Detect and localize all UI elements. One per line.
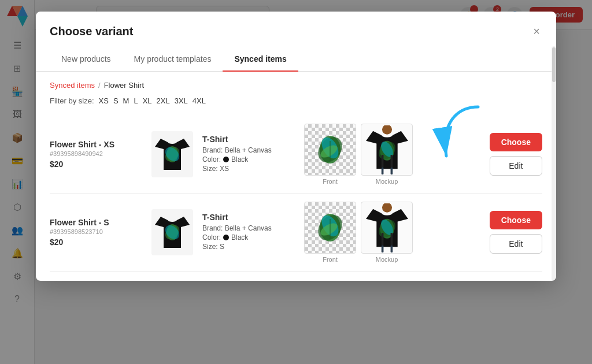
shirt-image-1 bbox=[155, 134, 190, 174]
modal-title: Choose variant bbox=[50, 25, 133, 46]
product-info-2: Flower Shirt - S #39395898523710 $20 bbox=[50, 218, 142, 247]
modal-overlay: Choose variant × New products My product… bbox=[0, 0, 592, 364]
product-row: Flower Shirt - XS #39395898490942 $20 bbox=[50, 116, 542, 194]
tab-synced-items[interactable]: Synced items bbox=[223, 47, 298, 72]
color-swatch-2 bbox=[223, 235, 229, 240]
action-group-2: Choose Edit bbox=[490, 211, 542, 254]
breadcrumb-current: Flower Shirt bbox=[104, 81, 144, 90]
preview-mockup-1: Mockup bbox=[361, 124, 413, 185]
svg-rect-18 bbox=[381, 167, 383, 174]
front-design-1 bbox=[313, 129, 347, 170]
front-design-2 bbox=[313, 207, 347, 248]
front-label-2: Front bbox=[323, 256, 338, 263]
preview-front-1: Front bbox=[304, 124, 356, 185]
product-id-2: #39395898523710 bbox=[50, 228, 142, 235]
product-details-1: T-Shirt Brand: Bella + Canvas Color: Bla… bbox=[202, 135, 295, 174]
modal-scrollbar-thumb bbox=[552, 47, 556, 82]
product-thumbnail-1 bbox=[151, 131, 193, 177]
breadcrumb: Synced items / Flower Shirt bbox=[50, 81, 542, 90]
edit-button-1[interactable]: Edit bbox=[490, 156, 542, 176]
filter-row: Filter by size: XS S M L XL 2XL 3XL 4XL bbox=[50, 96, 542, 105]
product-size-1: Size: XS bbox=[202, 165, 295, 173]
product-id-1: #39395898490942 bbox=[50, 150, 142, 157]
svg-rect-33 bbox=[390, 233, 393, 246]
modal-body: Synced items / Flower Shirt Filter by si… bbox=[36, 72, 556, 281]
svg-point-15 bbox=[382, 125, 392, 135]
choose-variant-modal: Choose variant × New products My product… bbox=[36, 12, 556, 281]
breadcrumb-link[interactable]: Synced items bbox=[50, 81, 95, 90]
product-details-2: T-Shirt Brand: Bella + Canvas Color: Bla… bbox=[202, 213, 295, 252]
filter-l[interactable]: L bbox=[134, 96, 138, 105]
preview-box-mockup-2 bbox=[361, 202, 413, 254]
preview-box-front-2 bbox=[304, 202, 356, 254]
svg-point-31 bbox=[382, 203, 392, 213]
mockup-image-2 bbox=[365, 203, 409, 252]
product-price-2: $20 bbox=[50, 237, 142, 247]
svg-rect-32 bbox=[381, 233, 383, 246]
svg-rect-17 bbox=[390, 155, 393, 168]
product-type-1: T-Shirt bbox=[202, 135, 295, 144]
filter-3xl[interactable]: 3XL bbox=[175, 96, 188, 105]
svg-rect-35 bbox=[390, 245, 393, 252]
action-group-1: Choose Edit bbox=[490, 133, 542, 176]
product-row-2: Flower Shirt - S #39395898523710 $20 T-S… bbox=[50, 194, 542, 272]
choose-button-2[interactable]: Choose bbox=[490, 211, 542, 229]
tab-product-templates[interactable]: My product templates bbox=[123, 47, 223, 72]
product-brand-2: Brand: Bella + Canvas bbox=[202, 224, 295, 232]
color-swatch-1 bbox=[223, 157, 229, 162]
product-color-1: Color: Black bbox=[202, 155, 295, 164]
mockup-label-2: Mockup bbox=[376, 256, 398, 263]
close-button[interactable]: × bbox=[531, 23, 542, 39]
front-label-1: Front bbox=[323, 178, 338, 185]
preview-box-front-1 bbox=[304, 124, 356, 176]
shirt-image-2 bbox=[155, 212, 190, 252]
preview-group-2: Front bbox=[304, 202, 480, 263]
modal-scrollbar[interactable] bbox=[552, 46, 556, 281]
mockup-image-1 bbox=[365, 125, 409, 174]
preview-mockup-2: Mockup bbox=[361, 202, 413, 263]
product-color-2: Color: Black bbox=[202, 233, 295, 242]
filter-xs[interactable]: XS bbox=[99, 96, 109, 105]
tabs-container: New products My product templates Synced… bbox=[50, 47, 542, 71]
filter-m[interactable]: M bbox=[123, 96, 130, 105]
product-name-2: Flower Shirt - S bbox=[50, 218, 142, 227]
product-brand-1: Brand: Bella + Canvas bbox=[202, 146, 295, 154]
product-size-2: Size: S bbox=[202, 243, 295, 251]
filter-s[interactable]: S bbox=[113, 96, 119, 105]
product-name-1: Flower Shirt - XS bbox=[50, 140, 142, 149]
product-thumbnail-2 bbox=[151, 209, 193, 255]
product-price-1: $20 bbox=[50, 159, 142, 169]
edit-button-2[interactable]: Edit bbox=[490, 234, 542, 254]
choose-button-1[interactable]: Choose bbox=[490, 133, 542, 151]
product-info-1: Flower Shirt - XS #39395898490942 $20 bbox=[50, 140, 142, 169]
breadcrumb-separator: / bbox=[98, 81, 101, 90]
preview-front-2: Front bbox=[304, 202, 356, 263]
preview-box-mockup-1 bbox=[361, 124, 413, 176]
filter-4xl[interactable]: 4XL bbox=[193, 96, 206, 105]
preview-group-1: Front bbox=[304, 124, 480, 185]
svg-rect-16 bbox=[381, 155, 383, 168]
svg-rect-34 bbox=[381, 245, 383, 252]
product-type-2: T-Shirt bbox=[202, 213, 295, 222]
filter-xl[interactable]: XL bbox=[143, 96, 152, 105]
svg-rect-19 bbox=[390, 167, 393, 174]
filter-label: Filter by size: bbox=[50, 96, 94, 105]
modal-header: Choose variant × New products My product… bbox=[36, 12, 556, 72]
filter-2xl[interactable]: 2XL bbox=[157, 96, 170, 105]
mockup-label-1: Mockup bbox=[376, 178, 398, 185]
tab-new-products[interactable]: New products bbox=[50, 47, 123, 72]
